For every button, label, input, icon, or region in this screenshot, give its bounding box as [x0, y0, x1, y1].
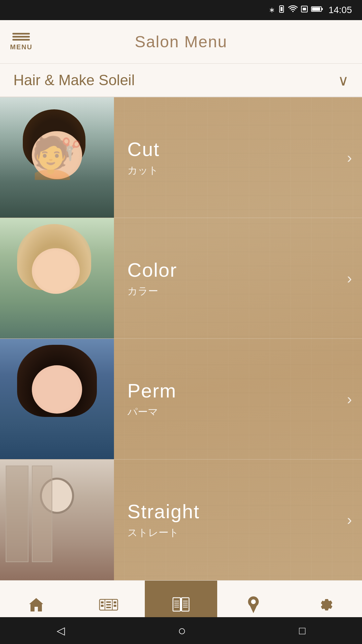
menu-bar-3	[12, 39, 30, 41]
status-icons: ∗	[269, 5, 323, 15]
menu-list: Cut カット › Color カラー › Perm パーマ ›	[0, 97, 362, 580]
salon-name-label: Hair & Make Soleil	[13, 72, 135, 89]
svg-rect-12	[101, 605, 104, 607]
menu-row-straight[interactable]: Straight ストレート ›	[0, 460, 362, 580]
color-face	[32, 248, 80, 294]
straight-title-ja: ストレート	[127, 526, 349, 540]
access-pin-icon	[246, 596, 261, 618]
straight-chevron-icon: ›	[347, 512, 352, 528]
menu-bar-1	[12, 33, 30, 35]
cut-title-en: Cut	[127, 138, 349, 160]
color-chevron-icon: ›	[347, 270, 352, 287]
menu-text-label: MENU	[10, 43, 33, 51]
svg-rect-11	[101, 601, 104, 603]
chevron-down-icon: ∨	[338, 72, 349, 89]
cut-hair	[23, 109, 85, 170]
cut-info[interactable]: Cut カット ›	[114, 97, 362, 218]
svg-rect-15	[106, 607, 111, 608]
perm-chevron-icon: ›	[347, 391, 352, 408]
cut-face	[32, 131, 82, 179]
menu-row-perm[interactable]: Perm パーマ ›	[0, 339, 362, 460]
status-bar: ∗ 14:05	[0, 0, 362, 20]
back-button[interactable]: ◁	[57, 624, 65, 637]
svg-rect-14	[106, 604, 111, 605]
color-title-ja: カラー	[127, 284, 349, 298]
perm-image	[0, 339, 114, 459]
perm-title-ja: パーマ	[127, 405, 349, 419]
svg-rect-13	[106, 601, 111, 603]
menu-book-icon	[172, 596, 190, 617]
svg-rect-6	[322, 8, 323, 10]
straight-title-en: Straight	[127, 500, 349, 523]
wood-plank-1	[6, 466, 28, 562]
hamburger-menu-button[interactable]: MENU	[10, 33, 33, 51]
salon-selector[interactable]: Hair & Make Soleil ∨	[0, 64, 362, 97]
menu-row-cut[interactable]: Cut カット ›	[0, 97, 362, 218]
sim-icon	[301, 5, 308, 15]
perm-title-en: Perm	[127, 379, 349, 402]
setting-gear-icon	[317, 596, 335, 617]
recent-button[interactable]: □	[299, 625, 305, 637]
home-button[interactable]: ○	[178, 623, 186, 638]
wood-plank-2	[32, 466, 52, 562]
system-nav-bar: ◁ ○ □	[0, 617, 362, 644]
wifi-icon	[288, 5, 298, 15]
home-icon	[28, 597, 45, 616]
battery-icon	[311, 6, 323, 14]
svg-rect-3	[303, 8, 306, 10]
color-image	[0, 218, 114, 338]
cut-title-ja: カット	[127, 164, 349, 177]
svg-rect-5	[312, 7, 320, 11]
svg-rect-18	[173, 598, 180, 611]
perm-face	[32, 365, 82, 414]
page-title: Salon Menu	[135, 33, 227, 51]
svg-rect-1	[281, 7, 283, 11]
svg-rect-19	[182, 598, 189, 611]
status-time: 14:05	[328, 5, 352, 15]
app-header: MENU Salon Menu	[0, 20, 362, 64]
straight-info[interactable]: Straight ストレート ›	[114, 460, 362, 580]
menu-bar-2	[12, 36, 30, 38]
cut-image	[0, 97, 114, 218]
menu-row-color[interactable]: Color カラー ›	[0, 218, 362, 339]
bluetooth-icon: ∗	[269, 6, 275, 14]
svg-marker-7	[29, 598, 43, 611]
svg-rect-17	[114, 605, 116, 607]
straight-image	[0, 460, 114, 580]
perm-info[interactable]: Perm パーマ ›	[114, 339, 362, 459]
coupon-icon	[99, 597, 118, 616]
color-info[interactable]: Color カラー ›	[114, 218, 362, 338]
cut-chevron-icon: ›	[347, 149, 352, 166]
svg-point-30	[251, 599, 256, 604]
vibrate-icon	[278, 5, 285, 15]
color-title-en: Color	[127, 259, 349, 281]
svg-rect-16	[114, 601, 116, 603]
